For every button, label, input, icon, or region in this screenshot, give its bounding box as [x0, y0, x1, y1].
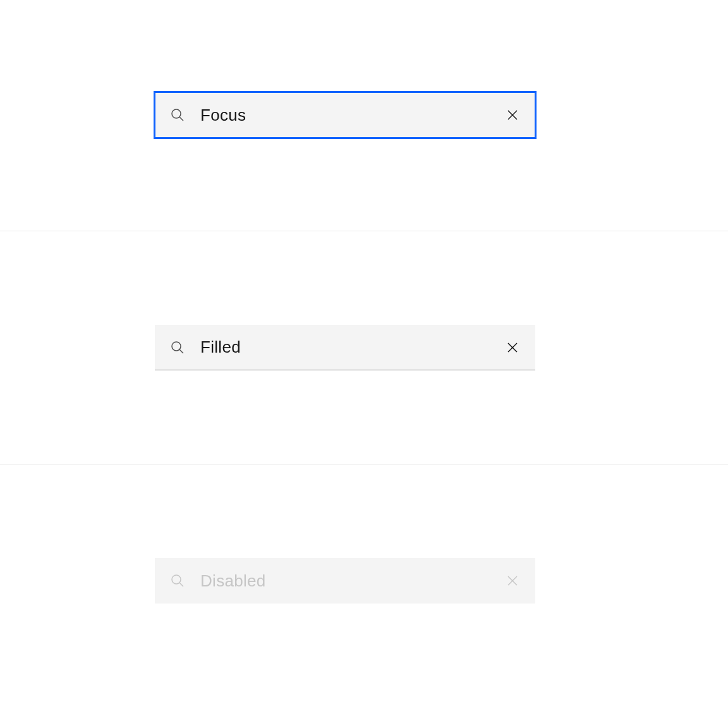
- search-state-focus-section: [0, 0, 728, 231]
- clear-button[interactable]: [490, 92, 535, 138]
- search-icon: [155, 558, 200, 604]
- search-icon: [155, 325, 200, 370]
- svg-point-0: [172, 109, 181, 118]
- clear-button: [490, 558, 535, 604]
- search-icon: [155, 92, 200, 138]
- search-input-focus[interactable]: [155, 92, 535, 138]
- close-icon: [506, 341, 519, 354]
- close-icon: [506, 574, 519, 587]
- search-input-filled[interactable]: [155, 325, 535, 370]
- clear-button[interactable]: [490, 325, 535, 370]
- search-input-disabled: [155, 558, 535, 604]
- svg-point-4: [172, 342, 181, 351]
- search-state-disabled-section: [0, 464, 728, 728]
- search-state-filled-section: [0, 231, 728, 464]
- close-icon: [506, 109, 519, 121]
- svg-line-1: [179, 117, 183, 121]
- search-field-focus[interactable]: [200, 106, 490, 125]
- search-field-filled[interactable]: [200, 337, 490, 357]
- svg-line-9: [179, 583, 183, 586]
- svg-point-8: [172, 575, 181, 584]
- search-field-disabled: [200, 571, 490, 591]
- svg-line-5: [179, 349, 183, 353]
